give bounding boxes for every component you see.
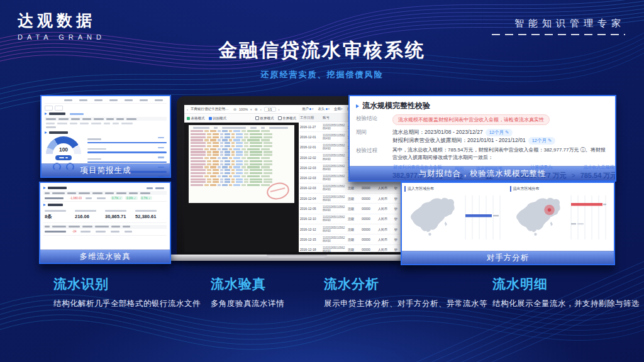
stat-label-bar <box>45 210 66 212</box>
scan-cell <box>207 169 211 171</box>
table-cell: 活期 <box>347 238 360 241</box>
next-page-icon[interactable]: › <box>279 107 280 111</box>
scan-cell <box>242 139 246 141</box>
filter-amount[interactable]: 金额▾ <box>334 107 343 111</box>
scan-cell <box>213 169 219 171</box>
scan-cell <box>233 157 240 159</box>
inflow-bar-chart <box>462 193 501 242</box>
scan-cell <box>207 181 211 183</box>
fullscreen-button[interactable]: 全屏模式 <box>278 116 297 121</box>
stat-label-bar <box>75 210 96 212</box>
scan-cell <box>213 145 219 147</box>
skeleton-bar <box>64 99 72 101</box>
scan-cell <box>225 142 230 144</box>
skeleton-bar <box>69 226 80 228</box>
outflow-bar <box>571 203 602 206</box>
scan-cell <box>220 142 223 144</box>
scan-cell <box>261 148 270 150</box>
table-row: 2016-12-041102026501056286490活期00000人民币钞 <box>299 194 408 204</box>
zoom-in-icon[interactable]: ⊕ <box>255 107 258 111</box>
table-cell: 1102026501056286490 <box>321 165 347 171</box>
tab-chip[interactable] <box>45 106 53 111</box>
filter-user[interactable]: 用户▾ <box>302 107 314 111</box>
scan-row <box>191 178 292 180</box>
scan-cell <box>231 145 235 147</box>
scan-cell <box>220 163 223 165</box>
scan-cell <box>191 166 203 168</box>
process-label: 校验过程 <box>356 146 392 161</box>
skeleton-bar <box>95 226 109 228</box>
table-cell: 2016-12-10 <box>299 217 321 221</box>
scan-cell <box>264 145 272 147</box>
feature-desc: 结构化展示全量流水，并支持剔除与筛选 <box>492 299 640 309</box>
process-row: 校验过程 其中，流水总收入规模：785.54万元，财报利润表中营业收入金额：38… <box>356 146 609 161</box>
scan-cell <box>250 163 262 165</box>
table-cell: 2016-11-27 <box>299 125 321 129</box>
skeleton-bar <box>57 123 67 124</box>
scan-cell <box>261 139 270 141</box>
section-title-bar <box>49 131 68 133</box>
section-title-bar <box>49 112 65 114</box>
scan-cell <box>191 133 206 135</box>
feature-details: 流水明细 结构化展示全量流水，并支持剔除与筛选 <box>492 275 640 309</box>
back-icon[interactable]: ‹ <box>187 107 188 111</box>
scan-cell <box>261 130 270 132</box>
tagline-dashed-underline <box>492 34 625 35</box>
scan-cell <box>210 166 216 168</box>
scan-cell <box>229 175 232 177</box>
caret-down-icon: ▾ <box>341 107 343 111</box>
scan-cell <box>225 136 230 138</box>
prev-page-icon[interactable]: ‹ <box>260 107 262 111</box>
recognize-mode-button[interactable]: 识别模式 <box>209 116 227 121</box>
period-badge-2[interactable]: 12个月 ✎ <box>528 137 556 145</box>
table-cell: 2016-12-12 <box>299 228 321 231</box>
score-bar <box>87 137 167 143</box>
scan-cell <box>222 184 228 186</box>
scan-cell <box>244 169 248 171</box>
table-cell: 00000 <box>360 186 377 190</box>
scan-cell <box>225 181 230 183</box>
counterparty-body: 流入方区域分布 流出方区域分布 <box>402 183 614 242</box>
feature-title: 流水识别 <box>53 275 201 293</box>
table-mode-button[interactable]: 表格模式 <box>187 116 205 121</box>
scan-cell <box>218 184 221 186</box>
zoom-level[interactable]: 100% <box>239 107 248 111</box>
table-cell: 2016-12-18 <box>299 248 321 251</box>
skeleton-bar <box>70 123 77 124</box>
scan-cell <box>244 151 248 153</box>
zoom-out-icon[interactable]: ⊖ <box>233 107 236 111</box>
scan-cell <box>207 151 211 153</box>
scan-cell <box>231 142 235 144</box>
feature-recognition: 流水识别 结构化解析几乎全部格式的银行流水文件 <box>53 275 201 309</box>
stat-value: 8条 <box>45 214 75 220</box>
scan-cell <box>264 154 272 156</box>
briefing-caption: 项目简报生成 <box>42 163 170 177</box>
toolbar-buttons[interactable] <box>147 187 167 189</box>
amount-red: -1,080.03 <box>69 196 83 200</box>
china-map-highlighted <box>510 195 568 240</box>
table-cell: 1102026501056286490 <box>321 134 347 140</box>
section-header <box>45 112 167 115</box>
skeleton-bar <box>52 226 66 228</box>
mini-nav-bar <box>45 98 167 104</box>
scan-cell <box>210 175 216 177</box>
table-cell: 1102026501056286490 <box>321 185 347 191</box>
tab-chip[interactable] <box>55 106 63 111</box>
mode-bar: 表格模式 识别模式 双屏模式 全屏模式 <box>184 114 299 123</box>
filter-header[interactable]: 表头▾ <box>318 107 330 111</box>
scan-cell <box>233 184 240 186</box>
scan-cell <box>250 145 262 147</box>
scan-cell <box>244 142 248 144</box>
feature-analysis: 流水分析 展示申贷主体分析、对手方分析、异常流水等 <box>324 275 487 309</box>
scan-cell <box>225 160 230 162</box>
zoom-caret-icon[interactable]: ▾ <box>250 107 252 111</box>
scan-cell <box>218 166 221 168</box>
table-cell: 人民币 <box>377 207 393 211</box>
period-badge-1[interactable]: 12个月 ✎ <box>486 129 513 136</box>
scan-cell <box>210 130 216 132</box>
page-title: 金融信贷流水审核系统 <box>0 38 644 63</box>
table-cell: 2016-12-01 <box>299 145 321 149</box>
scan-cell <box>225 178 230 180</box>
table-mode-icon <box>187 117 190 120</box>
split-screen-button[interactable]: 双屏模式 <box>255 116 274 121</box>
